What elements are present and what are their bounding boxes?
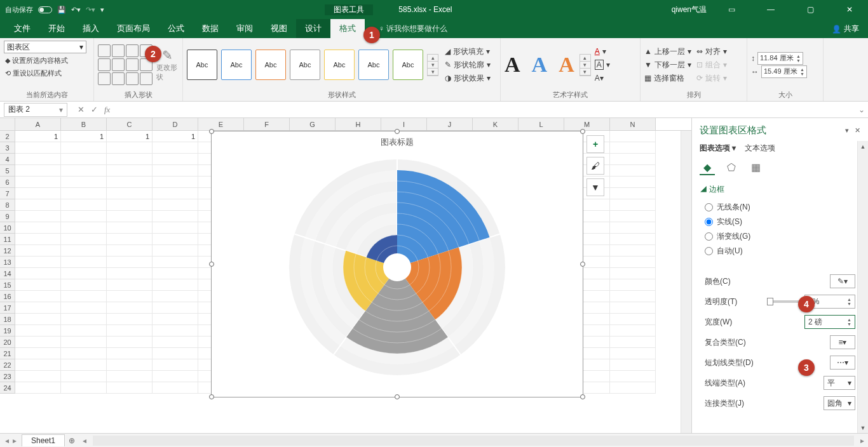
cell[interactable]	[610, 234, 656, 245]
col-head[interactable]: E	[198, 118, 244, 130]
tab-review[interactable]: 审阅	[227, 19, 262, 38]
cell[interactable]	[107, 199, 153, 211]
cell[interactable]	[610, 142, 656, 154]
undo-icon[interactable]: ↶▾	[71, 6, 81, 14]
cell[interactable]	[15, 291, 61, 302]
radio-auto-line[interactable]: 自动(U)	[700, 244, 860, 258]
sheet-tab-1[interactable]: Sheet1	[22, 434, 65, 446]
effects-icon[interactable]: ⬠	[724, 160, 739, 175]
cell[interactable]	[15, 382, 61, 394]
cell[interactable]	[153, 268, 198, 279]
tab-layout[interactable]: 页面布局	[108, 19, 159, 38]
row-head[interactable]: 22	[0, 359, 15, 371]
cell[interactable]	[153, 325, 198, 337]
cell[interactable]	[610, 222, 656, 234]
border-section[interactable]: ◢ 边框	[700, 184, 860, 195]
col-head[interactable]: G	[290, 118, 336, 130]
tab-data[interactable]: 数据	[193, 19, 227, 38]
row-head[interactable]: 21	[0, 348, 15, 359]
shape-gallery[interactable]	[98, 44, 153, 85]
cell[interactable]	[61, 279, 107, 291]
col-head[interactable]: K	[473, 118, 519, 130]
col-head[interactable]: C	[107, 118, 153, 130]
minimize-icon[interactable]: —	[756, 0, 785, 19]
cell[interactable]	[61, 257, 107, 268]
cell[interactable]	[107, 211, 153, 222]
cell[interactable]	[107, 188, 153, 199]
cell[interactable]	[107, 337, 153, 348]
radio-solid-line[interactable]: 实线(S)	[700, 215, 860, 229]
cell[interactable]	[153, 142, 198, 154]
cell[interactable]	[107, 268, 153, 279]
autosave-toggle[interactable]	[38, 6, 52, 13]
cell[interactable]	[61, 222, 107, 234]
cell[interactable]	[61, 245, 107, 257]
cell[interactable]	[61, 211, 107, 222]
col-head[interactable]: M	[564, 118, 610, 130]
cell[interactable]	[610, 165, 656, 177]
tab-design[interactable]: 设计	[296, 19, 330, 38]
qat-more-icon[interactable]: ▾	[100, 6, 104, 14]
cell[interactable]	[15, 314, 61, 325]
cell[interactable]	[610, 302, 656, 314]
compound-type[interactable]: ≡▾	[830, 335, 855, 349]
sheet-nav-first[interactable]: ◂	[5, 436, 9, 445]
cell[interactable]	[15, 337, 61, 348]
cell[interactable]	[107, 234, 153, 245]
cell[interactable]	[61, 371, 107, 382]
cell[interactable]	[153, 382, 198, 394]
join-type[interactable]: 圆角▾	[824, 396, 855, 410]
cell[interactable]	[107, 245, 153, 257]
chart-title[interactable]: 图表标题	[212, 131, 583, 153]
bring-forward-button[interactable]: ▲ 上移一层 ▾	[644, 46, 691, 57]
col-head[interactable]: L	[519, 118, 564, 130]
group-button[interactable]: ⊡ 组合 ▾	[696, 59, 727, 70]
cell[interactable]	[610, 279, 656, 291]
cell[interactable]	[61, 154, 107, 165]
share-button[interactable]: 👤 共享	[823, 20, 868, 38]
hscroll-right[interactable]: ▸	[857, 436, 868, 445]
cell[interactable]	[107, 165, 153, 177]
cell[interactable]	[15, 222, 61, 234]
cell[interactable]	[61, 337, 107, 348]
pane-scrollbar[interactable]: ▲▼	[857, 141, 868, 433]
cell[interactable]	[15, 245, 61, 257]
cell[interactable]	[61, 268, 107, 279]
cell[interactable]	[15, 234, 61, 245]
row-head[interactable]: 15	[0, 279, 15, 291]
cell[interactable]	[610, 177, 656, 188]
add-sheet-button[interactable]: ⊕	[65, 436, 79, 445]
tab-view[interactable]: 视图	[262, 19, 296, 38]
cell[interactable]	[15, 211, 61, 222]
cell[interactable]	[107, 222, 153, 234]
cell[interactable]	[153, 257, 198, 268]
cell[interactable]	[15, 199, 61, 211]
cell[interactable]	[610, 188, 656, 199]
format-selection-button[interactable]: ◆ 设置所选内容格式	[4, 55, 69, 66]
tab-insert[interactable]: 插入	[74, 19, 108, 38]
row-head[interactable]: 7	[0, 188, 15, 199]
cell[interactable]	[107, 314, 153, 325]
cell[interactable]	[610, 337, 656, 348]
align-button[interactable]: ⇔ 对齐 ▾	[696, 46, 727, 57]
cell[interactable]	[610, 359, 656, 371]
height-input[interactable]: 11.84 厘米▲▼	[757, 52, 803, 65]
transparency-slider[interactable]	[769, 300, 801, 303]
fx-icon[interactable]: fx	[104, 105, 110, 115]
vertical-scrollbar[interactable]	[681, 131, 691, 433]
cell[interactable]	[153, 165, 198, 177]
row-head[interactable]: 23	[0, 371, 15, 382]
pane-close-icon[interactable]: ✕	[855, 126, 860, 134]
tab-file[interactable]: 文件	[5, 19, 39, 38]
col-head[interactable]: A	[15, 118, 61, 130]
cell[interactable]	[107, 257, 153, 268]
row-head[interactable]: 9	[0, 211, 15, 222]
col-head[interactable]: F	[244, 118, 290, 130]
cell[interactable]	[107, 177, 153, 188]
cell[interactable]	[153, 211, 198, 222]
cell[interactable]	[61, 199, 107, 211]
radio-no-line[interactable]: 无线条(N)	[700, 200, 860, 215]
cell[interactable]	[610, 382, 656, 394]
cell[interactable]	[15, 359, 61, 371]
sheet-nav-last[interactable]: ▸	[13, 436, 17, 445]
